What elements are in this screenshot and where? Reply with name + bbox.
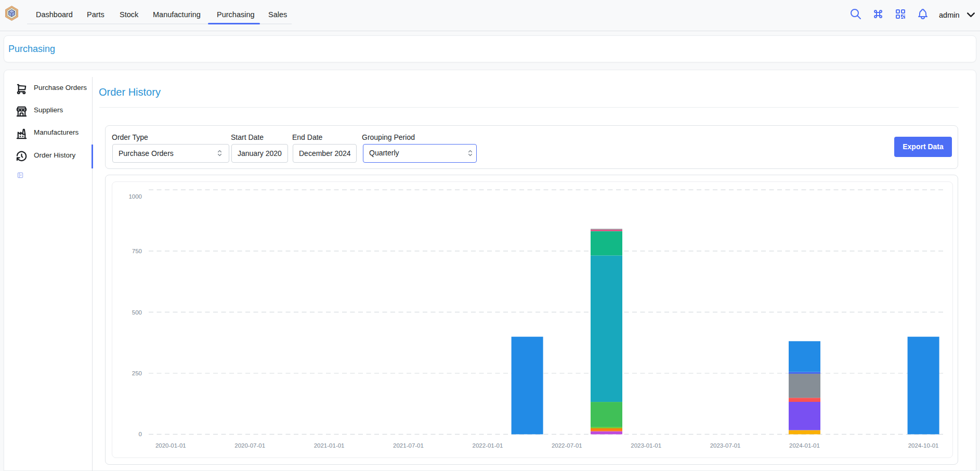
svg-text:2021-01-01: 2021-01-01 bbox=[314, 442, 345, 449]
svg-text:2020-07-01: 2020-07-01 bbox=[234, 442, 265, 449]
svg-text:2023-07-01: 2023-07-01 bbox=[710, 442, 741, 449]
svg-text:0: 0 bbox=[139, 431, 142, 437]
svg-text:2020-01-01: 2020-01-01 bbox=[155, 442, 186, 449]
svg-text:2022-07-01: 2022-07-01 bbox=[552, 442, 582, 449]
svg-text:2024-01-01: 2024-01-01 bbox=[789, 442, 820, 449]
svg-text:250: 250 bbox=[132, 370, 142, 376]
svg-text:2024-10-01: 2024-10-01 bbox=[908, 442, 939, 449]
svg-text:750: 750 bbox=[132, 248, 142, 254]
svg-text:2022-01-01: 2022-01-01 bbox=[472, 442, 503, 449]
svg-text:2021-07-01: 2021-07-01 bbox=[393, 442, 424, 449]
svg-text:1000: 1000 bbox=[128, 193, 142, 200]
svg-text:500: 500 bbox=[132, 309, 142, 316]
svg-text:2023-01-01: 2023-01-01 bbox=[631, 442, 661, 449]
